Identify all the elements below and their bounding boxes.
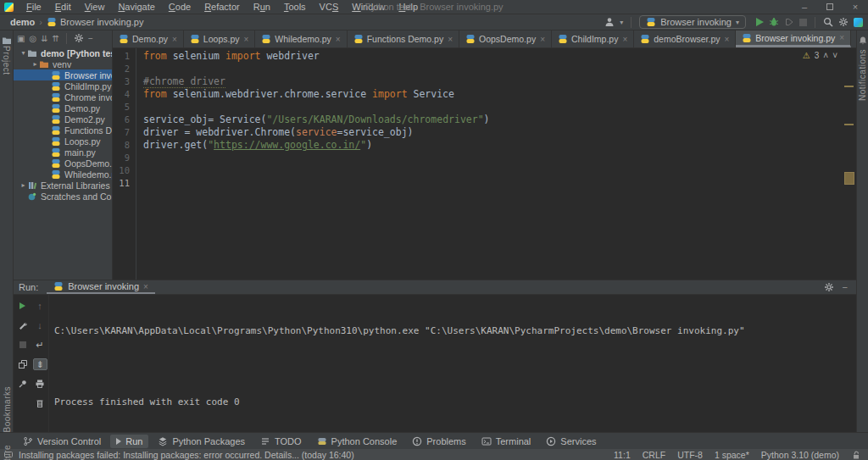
stop-button[interactable] [799,19,807,26]
collapse-all-icon[interactable]: ⇈ [53,34,59,43]
pin-tab-icon[interactable] [15,378,30,390]
status-message[interactable]: Installing packages failed: Installing p… [19,450,354,460]
toolwindow-button-python-console[interactable]: Python Console [311,435,403,448]
scrollbar-thumb-mark[interactable] [844,172,854,185]
tree-item-external-libraries[interactable]: ▸External Libraries [14,180,112,191]
stripe-button-structure[interactable]: Structure [3,445,12,460]
menu-window[interactable]: Window [346,1,391,13]
rerun-button[interactable] [19,302,25,309]
editor-tab[interactable]: demoBrowser.py × [634,30,736,47]
print-icon[interactable] [33,378,47,390]
editor-tab[interactable]: Whiledemo.py × [255,30,347,47]
file-encoding[interactable]: UTF-8 [677,450,703,460]
toolwindow-button-run[interactable]: Run [110,435,148,448]
prev-warning-chevron[interactable]: ˄ [823,51,828,60]
menu-run[interactable]: Run [248,1,276,13]
project-settings-gear-icon[interactable] [74,33,84,45]
indent-setting[interactable]: 1 space* [715,450,749,460]
down-stack-trace-icon[interactable]: ↓ [33,319,47,331]
breadcrumb-file[interactable]: Browser invoking.py [60,17,143,27]
tab-close-icon[interactable]: × [448,35,453,44]
code-editor[interactable]: 1234567891011 from selenium import webdr… [113,48,856,280]
editor-tab[interactable]: Functions Demo.py × [348,30,459,47]
hide-run-panel-icon[interactable]: − [843,282,848,292]
editor-tab[interactable]: ChildImp.py × [552,30,634,47]
tree-item-scratches-and-consoles[interactable]: Scratches and Consoles [14,191,112,202]
restore-layout-icon[interactable] [15,358,30,370]
maximize-button[interactable] [817,0,843,14]
user-dropdown-arrow[interactable]: ▾ [620,19,623,26]
breadcrumb-project[interactable]: demo [10,17,35,27]
notifications-bell-icon[interactable] [858,36,868,46]
notifications-stripe-label[interactable]: Notifications [858,49,867,101]
tree-chevron-icon[interactable]: ▾ [19,49,27,57]
tree-item-main-py[interactable]: main.py [14,147,112,158]
run-with-coverage-button[interactable] [784,17,794,27]
tab-close-icon[interactable]: × [336,35,341,44]
scrollbar-warning-mark[interactable] [844,86,854,87]
tree-item-oopsdemo-py[interactable]: OopsDemo.py [14,158,112,169]
run-tab-close-icon[interactable]: × [143,282,148,291]
tree-item-demo2-py[interactable]: Demo2.py [14,114,112,125]
search-everywhere-icon[interactable] [823,17,833,27]
project-stripe-button[interactable] [2,36,12,46]
run-modify-options-icon[interactable] [15,319,30,331]
tab-close-icon[interactable]: × [172,35,177,44]
tree-root-item[interactable]: ▾demo [Python test] C:\U [14,47,112,58]
run-console-output[interactable]: C:\Users\KARAN\AppData\Local\Programs\Py… [49,295,856,432]
run-configuration-select[interactable]: Browser invoking ▾ [639,15,746,29]
caret-position[interactable]: 11:1 [614,450,631,460]
inspections-widget[interactable]: ⚠ 3 ˄ ˅ [803,51,837,60]
hide-panel-icon[interactable]: − [88,34,93,43]
menu-refactor[interactable]: Refactor [198,1,246,13]
run-settings-gear-icon[interactable] [824,282,834,292]
toolwindow-button-python-packages[interactable]: Python Packages [152,435,251,448]
code-content[interactable]: from selenium import webdriver #chrome d… [136,48,856,280]
scrollbar-warning-mark[interactable] [844,124,854,125]
tree-chevron-icon[interactable]: ▸ [31,60,39,68]
settings-gear-icon[interactable] [838,17,849,27]
toolwindow-button-todo[interactable]: TODO [254,435,308,448]
next-warning-chevron[interactable]: ˅ [832,51,837,60]
clear-console-icon[interactable] [33,397,47,409]
tree-item-whiledemo-py[interactable]: Whiledemo.py [14,169,112,180]
line-separator[interactable]: CRLF [643,450,665,460]
stripe-button-bookmarks[interactable]: Bookmarks [3,386,12,433]
tab-close-icon[interactable]: × [243,35,248,44]
menu-tools[interactable]: Tools [278,1,312,13]
scroll-to-end-icon[interactable]: ⇟ [33,358,47,370]
run-button[interactable] [756,18,764,26]
tree-item-venv[interactable]: ▸venv [14,58,112,69]
locate-icon[interactable]: ◎ [29,34,36,43]
toolwindow-button-problems[interactable]: Problems [406,435,471,448]
toolwindow-button-services[interactable]: Services [540,435,602,448]
tab-close-icon[interactable]: × [540,35,545,44]
project-stripe-label[interactable]: Project [2,46,11,75]
tree-item-loops-py[interactable]: Loops.py [14,136,112,147]
up-stack-trace-icon[interactable]: ↑ [33,300,47,312]
menu-help[interactable]: Help [392,1,424,13]
tree-item-browser-invoking-py[interactable]: Browser invoking.py [14,69,112,80]
python-interpreter[interactable]: Python 3.10 (demo) [761,450,839,460]
tab-close-icon[interactable]: × [622,35,627,44]
code-with-me-icon[interactable] [854,18,863,27]
debug-button[interactable] [769,17,779,27]
tree-item-childimp-py[interactable]: ChildImp.py [14,80,112,91]
soft-wrap-icon[interactable]: ↵ [33,339,47,351]
close-button[interactable]: × [843,0,868,14]
stop-process-button[interactable] [19,341,26,348]
toolwindow-button-terminal[interactable]: Terminal [476,435,537,448]
tab-close-icon[interactable]: × [724,35,729,44]
tab-close-icon[interactable]: × [839,33,844,42]
editor-tab[interactable]: Loops.py × [184,30,255,47]
tree-item-demo-py[interactable]: Demo.py [14,103,112,114]
menu-view[interactable]: View [79,1,111,13]
menu-file[interactable]: File [20,1,47,13]
select-opened-file-icon[interactable]: ▣ [17,34,25,43]
minimize-button[interactable]: – [792,0,817,14]
editor-tab[interactable]: Demo.py × [113,30,184,47]
read-write-lock-icon[interactable] [851,450,861,460]
tree-item-functions-demo-py[interactable]: Functions Demo.py [14,125,112,136]
menu-vcs[interactable]: VCS [314,1,345,13]
expand-all-icon[interactable]: ⇊ [41,34,47,43]
